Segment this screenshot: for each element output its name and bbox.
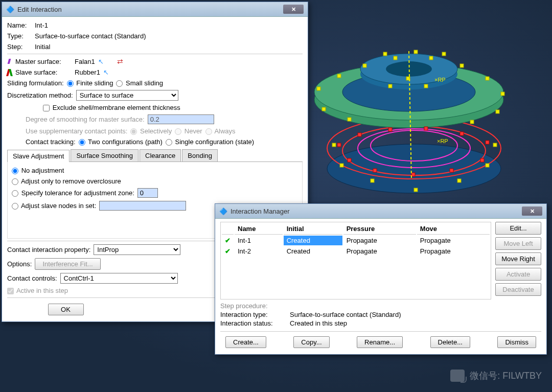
cell-pressure: Propagate [343,246,416,256]
discr-label: Discretization method: [7,91,73,99]
svg-rect-41 [486,141,489,144]
options-label: Options: [7,260,32,268]
procedure-label: Step procedure: [220,302,268,310]
move-rightbutton[interactable]: Move Right [495,252,541,265]
col-pressure[interactable]: Pressure [343,223,416,235]
mgr-title: Interaction Manager [231,207,519,215]
svg-rect-22 [348,118,351,121]
tab-surface-smoothing[interactable]: Surface Smoothing [71,149,139,162]
svg-rect-34 [493,143,497,147]
supp-label: Use supplementary contact points: [26,127,127,135]
step-label: Step: [7,43,32,51]
svg-rect-33 [486,164,489,167]
mgr-titlebar[interactable]: 🔷 Interaction Manager ✕ [215,204,546,219]
adj-tolerance-input[interactable] [137,188,158,198]
master-value: Falan1 [75,58,95,65]
dialog-title: Edit Interaction [17,6,280,13]
supp-never-radio: Never [175,127,202,135]
discretization-select[interactable]: Surface to surface [76,90,178,101]
close-icon[interactable]: ✕ [283,5,304,14]
svg-rect-18 [501,92,504,96]
mgr-status-label: Interaction status: [220,319,287,327]
svg-rect-13 [363,64,366,67]
svg-rect-44 [411,173,415,176]
interference-fit-button: Interference Fit... [35,258,100,270]
cip-select[interactable]: IntProp [94,244,180,255]
svg-point-0 [327,144,501,193]
smoothing-input[interactable] [148,114,214,124]
watermark: 微信号: FILWTBY [450,370,542,382]
tracking-single-radio[interactable]: Single configuration (state) [166,138,254,146]
supp-selectively-radio: Selectively [130,127,172,135]
check-icon: ✔ [225,247,231,255]
master-surface-icon [7,58,12,65]
table-row[interactable]: ✔Int-2CreatedPropagatePropagate [222,246,490,256]
cell-initial: Created [284,246,342,256]
rename-button[interactable]: Rename... [357,336,403,348]
svg-rect-21 [322,107,326,111]
exclude-thickness-check[interactable]: Exclude shell/membrane element thickness [43,104,180,111]
side-buttons: Edit...Move LeftMove RightActivateDeacti… [495,222,541,299]
dialog-titlebar[interactable]: 🔷 Edit Interaction ✕ [2,2,308,17]
adj-overclosure-radio[interactable]: Adjust only to remove overclosure [12,177,121,185]
mgr-type-value: Surface-to-surface contact (Standard) [290,311,401,318]
ok-button[interactable]: OK [48,304,84,315]
master-label: Master surface: [15,58,72,65]
adj-set-input[interactable] [99,201,186,211]
adj-tolerance-radio[interactable]: Specify tolerance for adjustment zone: [12,189,134,197]
swap-surfaces-icon[interactable]: ⇄ [117,57,123,65]
svg-text:×RP: ×RP [437,138,448,144]
edit-button[interactable]: Edit... [495,222,541,235]
cell-name: Int-1 [235,236,283,245]
svg-rect-31 [414,188,418,192]
create-button[interactable]: Create... [225,336,266,348]
name-value: Int-1 [35,21,48,29]
close-icon[interactable]: ✕ [522,206,542,216]
dismissbutton[interactable]: Dismiss [497,336,536,348]
type-label: Type: [7,32,32,40]
col-name[interactable]: Name [235,223,283,235]
svg-rect-32 [457,179,461,182]
mgr-status-value: Created in this step [290,319,347,327]
tracking-two-radio[interactable]: Two configurations (path) [79,138,163,146]
cell-name: Int-2 [235,246,283,256]
pick-master-icon[interactable]: ↖ [98,58,104,65]
pick-slave-icon[interactable]: ↖ [103,68,109,76]
tab-slave-adjustment[interactable]: Slave Adjustment [7,150,70,162]
tabs: Slave Adjustment Surface Smoothing Clear… [7,149,303,162]
svg-rect-45 [373,169,377,172]
svg-rect-38 [388,128,392,131]
delete-button[interactable]: Delete... [430,336,470,348]
svg-rect-23 [383,52,387,56]
svg-rect-12 [337,74,341,78]
svg-rect-27 [424,84,428,88]
col-initial[interactable]: Initial [284,223,342,235]
col-move[interactable]: Move [417,223,490,235]
table-row[interactable]: ✔Int-1CreatedPropagatePropagate [222,236,490,245]
svg-text:×RP: ×RP [434,77,446,83]
tab-bonding[interactable]: Bonding [182,149,218,162]
tracking-label: Contact tracking: [26,138,76,146]
tab-clearance[interactable]: Clearance [140,149,181,162]
model-3d: ×RP ×RP [312,26,526,204]
controls-label: Contact controls: [7,274,57,282]
copy-button[interactable]: Copy... [293,336,329,348]
svg-rect-17 [486,77,489,80]
svg-rect-16 [460,64,464,67]
type-value: Surface-to-surface contact (Standard) [35,32,146,40]
sliding-finite-radio[interactable]: Finite sliding [67,79,113,87]
cell-move: Propagate [417,246,490,256]
name-label: Name: [7,21,32,29]
svg-rect-37 [358,133,361,136]
slave-surface-icon [7,69,12,76]
svg-rect-39 [424,127,428,130]
controls-select[interactable]: ContCtrl-1 [60,273,178,284]
adj-none-radio[interactable]: No adjustment [12,167,64,174]
slave-label: Slave surface: [15,68,72,76]
sliding-small-radio[interactable]: Small sliding [116,79,163,87]
svg-rect-30 [371,179,374,182]
slave-value: Rubber1 [75,68,100,76]
adj-set-radio[interactable]: Adjust slave nodes in set: [12,202,96,210]
interaction-table[interactable]: Name Initial Pressure Move ✔Int-1Created… [220,222,491,299]
svg-rect-15 [429,56,433,60]
